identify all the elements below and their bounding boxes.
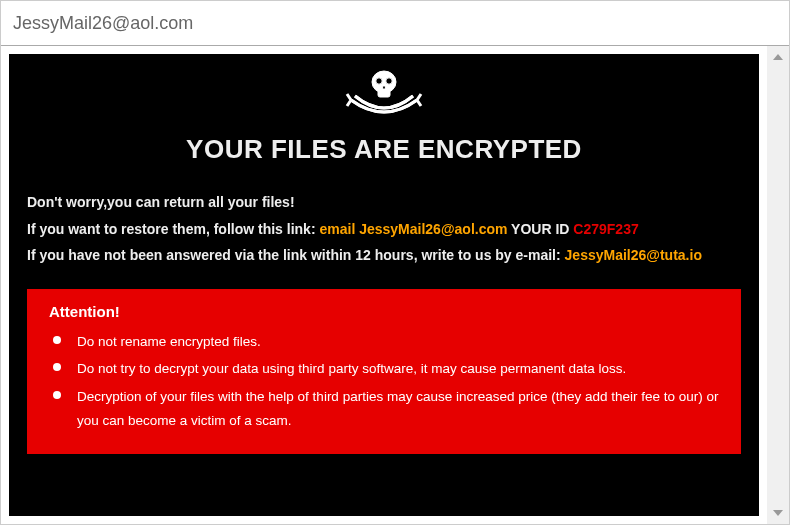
- info-block: Don't worry,you can return all your file…: [27, 189, 741, 269]
- svg-rect-1: [378, 90, 390, 97]
- svg-point-3: [386, 78, 392, 84]
- your-id-label: YOUR ID: [507, 221, 573, 237]
- headline-text: YOUR FILES ARE ENCRYPTED: [27, 134, 741, 165]
- window-titlebar: JessyMail26@aol.com: [1, 1, 789, 46]
- info-line-1: Don't worry,you can return all your file…: [27, 189, 741, 216]
- contact-email-1: email JessyMail26@aol.com: [319, 221, 507, 237]
- list-item: Do not try to decrypt your data using th…: [49, 357, 721, 381]
- attention-list: Do not rename encrypted files. Do not tr…: [49, 330, 721, 433]
- vertical-scrollbar[interactable]: [767, 46, 789, 524]
- info-line-3: If you have not been answered via the li…: [27, 242, 741, 269]
- info-line-2: If you want to restore them, follow this…: [27, 216, 741, 243]
- window-title: JessyMail26@aol.com: [13, 13, 193, 34]
- victim-id: C279F237: [573, 221, 638, 237]
- list-item: Decryption of your files with the help o…: [49, 385, 721, 432]
- attention-box: Attention! Do not rename encrypted files…: [27, 289, 741, 455]
- contact-email-2: JessyMail26@tuta.io: [565, 247, 702, 263]
- ransom-note-panel: YOUR FILES ARE ENCRYPTED Don't worry,you…: [9, 54, 759, 516]
- svg-rect-4: [383, 86, 386, 89]
- pirate-skull-icon: [27, 66, 741, 128]
- scroll-up-icon[interactable]: [767, 46, 789, 68]
- content-area: YOUR FILES ARE ENCRYPTED Don't worry,you…: [1, 46, 767, 524]
- scroll-down-icon[interactable]: [767, 502, 789, 524]
- info-line-2-prefix: If you want to restore them, follow this…: [27, 221, 319, 237]
- attention-title: Attention!: [49, 303, 721, 320]
- list-item: Do not rename encrypted files.: [49, 330, 721, 354]
- svg-point-2: [376, 78, 382, 84]
- info-line-3-prefix: If you have not been answered via the li…: [27, 247, 565, 263]
